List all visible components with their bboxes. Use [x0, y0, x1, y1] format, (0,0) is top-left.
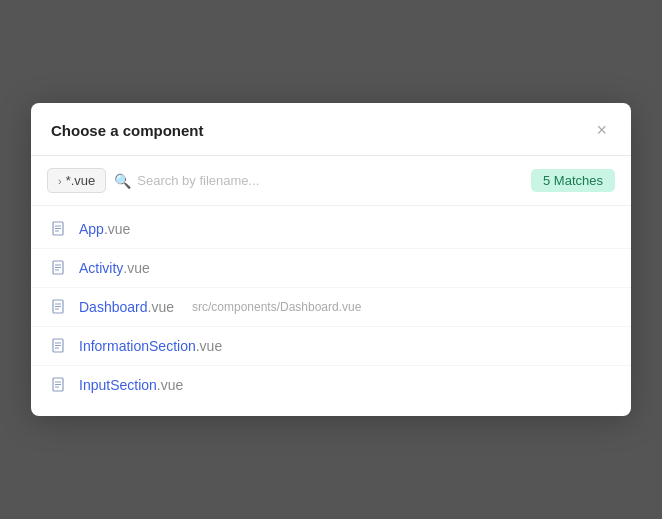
file-basename: InformationSection: [79, 338, 196, 354]
modal-title: Choose a component: [51, 122, 204, 139]
file-ext: .vue: [104, 221, 130, 237]
file-ext: .vue: [123, 260, 149, 276]
arrow-icon: ›: [58, 175, 62, 187]
file-name: InputSection.vue: [79, 377, 183, 393]
search-bar: › *.vue 🔍 5 Matches: [31, 156, 631, 206]
file-name: Dashboard.vue: [79, 299, 174, 315]
file-item[interactable]: InformationSection.vue: [31, 327, 631, 366]
file-ext: .vue: [157, 377, 183, 393]
search-input-wrapper: 🔍: [114, 173, 523, 189]
file-icon: [51, 220, 69, 238]
file-item[interactable]: App.vue: [31, 210, 631, 249]
file-icon: [51, 376, 69, 394]
close-button[interactable]: ×: [592, 119, 611, 141]
file-name: App.vue: [79, 221, 130, 237]
file-icon: [51, 337, 69, 355]
file-item[interactable]: Dashboard.vuesrc/components/Dashboard.vu…: [31, 288, 631, 327]
file-icon: [51, 259, 69, 277]
filter-chip[interactable]: › *.vue: [47, 168, 106, 193]
file-name: Activity.vue: [79, 260, 150, 276]
file-path: src/components/Dashboard.vue: [192, 300, 361, 314]
search-input[interactable]: [137, 173, 523, 188]
file-icon: [51, 298, 69, 316]
file-item[interactable]: InputSection.vue: [31, 366, 631, 404]
file-ext: .vue: [196, 338, 222, 354]
file-basename: InputSection: [79, 377, 157, 393]
search-icon: 🔍: [114, 173, 131, 189]
file-name: InformationSection.vue: [79, 338, 222, 354]
file-basename: Dashboard: [79, 299, 148, 315]
filter-label: *.vue: [66, 173, 96, 188]
file-item[interactable]: Activity.vue: [31, 249, 631, 288]
choose-component-modal: Choose a component × › *.vue 🔍 5 Matches…: [31, 103, 631, 416]
file-basename: App: [79, 221, 104, 237]
matches-badge: 5 Matches: [531, 169, 615, 192]
file-basename: Activity: [79, 260, 123, 276]
file-list: App.vue Activity.vue Dashboard.vuesrc/co…: [31, 206, 631, 416]
file-ext: .vue: [148, 299, 174, 315]
modal-header: Choose a component ×: [31, 103, 631, 156]
